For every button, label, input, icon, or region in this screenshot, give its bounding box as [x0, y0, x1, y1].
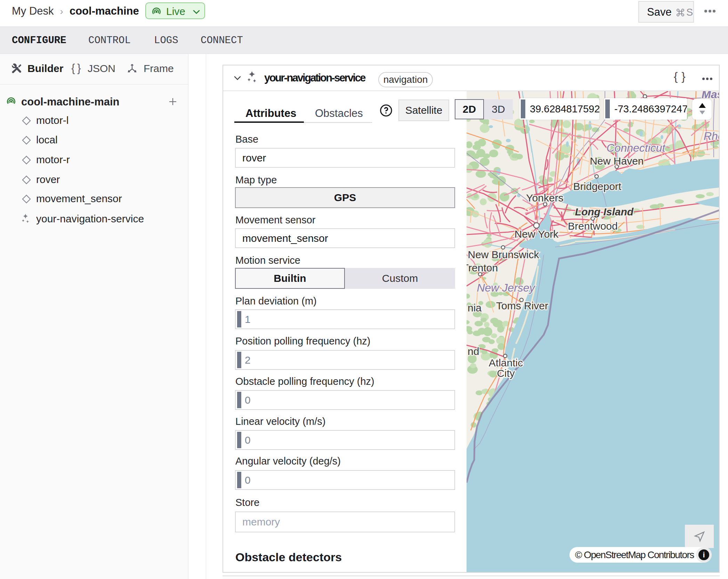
svg-text:Rhode Is: Rhode Is [704, 130, 719, 142]
svg-text:New Brunswick: New Brunswick [468, 249, 539, 260]
svg-text:New Jersey: New Jersey [477, 281, 535, 294]
svg-text:Connecticut: Connecticut [607, 142, 666, 154]
svg-text:Bridgeport: Bridgeport [573, 181, 622, 192]
svg-text:Trenton: Trenton [467, 262, 498, 273]
svg-text:New York: New York [515, 228, 559, 240]
svg-text:nd: nd [468, 346, 479, 357]
svg-text:Toms River: Toms River [496, 300, 548, 311]
svg-text:Brentwood: Brentwood [568, 220, 617, 232]
svg-text:Atlantic: Atlantic [489, 357, 523, 368]
svg-text:City: City [497, 367, 515, 379]
svg-text:Long Island: Long Island [575, 206, 634, 217]
svg-text:New Haven: New Haven [590, 155, 644, 167]
svg-text:Yonkers: Yonkers [526, 192, 563, 204]
svg-text:nia: nia [468, 302, 482, 314]
